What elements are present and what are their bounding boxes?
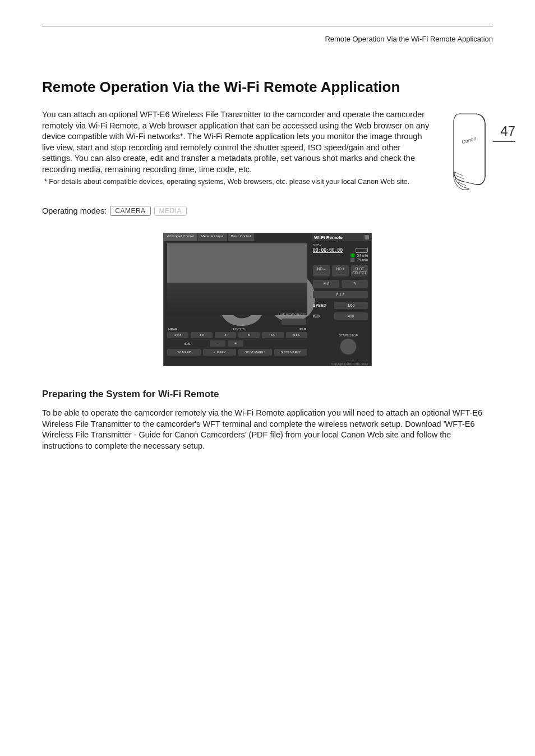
remote-controls: LIVE VIEW ON/OFF NEAR FOCUS FAR <<< << <… xyxy=(167,328,307,356)
svg-text:Canon: Canon xyxy=(461,136,477,145)
mode-camera-badge: CAMERA xyxy=(110,206,150,216)
iris-label: IRIS xyxy=(167,342,207,345)
check-mark-button[interactable]: ✓ MARK xyxy=(203,349,237,356)
slot-a-icon xyxy=(350,253,354,257)
focus-far-3-button[interactable]: >>> xyxy=(286,332,307,338)
section-body-preparing: To be able to operate the camcorder remo… xyxy=(42,408,493,451)
focus-near-2-button[interactable]: << xyxy=(191,332,212,338)
status-text: STBY xyxy=(313,243,368,247)
iris-plus-button[interactable]: + xyxy=(228,340,243,347)
nd-minus-button[interactable]: ND – xyxy=(313,265,330,276)
slot-a-remaining: 54 min xyxy=(357,253,368,257)
shot-mark2-button[interactable]: SHOT MARK2 xyxy=(274,349,308,356)
lock-icon[interactable] xyxy=(365,235,369,239)
remote-title-bar: Wi-Fi Remote xyxy=(312,233,371,241)
focus-center-label: FOCUS xyxy=(233,328,245,331)
focus-far-1-button[interactable]: > xyxy=(238,332,260,338)
page: Remote Operation Via the Wi-Fi Remote Ap… xyxy=(0,0,535,756)
top-rule xyxy=(42,26,493,26)
focus-near-label: NEAR xyxy=(168,328,178,331)
iris-row: IRIS – + xyxy=(167,340,307,347)
intro-row: You can attach an optional WFT-E6 Wirele… xyxy=(42,109,493,193)
mark-row: OK MARK ✓ MARK SHOT MARK1 SHOT MARK2 xyxy=(167,349,307,356)
live-view-toggle[interactable] xyxy=(282,319,306,325)
aperture-button[interactable]: F 1.8 xyxy=(313,291,368,298)
remote-main-panel: LIVE VIEW ON/OFF NEAR FOCUS FAR <<< << <… xyxy=(164,241,311,360)
slot-b-remaining: 75 min xyxy=(357,258,368,262)
speed-button[interactable]: 1/60 xyxy=(334,302,368,309)
operating-modes-label: Operating modes: xyxy=(42,206,107,215)
transmitter-illustration: Canon xyxy=(442,109,493,193)
battery-icon xyxy=(356,248,368,253)
wb-a-button[interactable]: ☀ A xyxy=(313,280,339,288)
focus-near-1-button[interactable]: < xyxy=(215,332,236,338)
mode-media-badge: MEDIA xyxy=(154,206,187,216)
focus-far-2-button[interactable]: >> xyxy=(262,332,283,338)
wb-set-button[interactable]: ✎ xyxy=(342,280,368,288)
iso-label: ISO xyxy=(313,312,332,320)
tab-basic-control[interactable]: Basic Control xyxy=(228,233,255,241)
focus-far-label: FAR xyxy=(299,328,306,331)
timecode-value: 00:00:00.00 xyxy=(313,248,343,253)
intro-paragraph: You can attach an optional WFT-E6 Wirele… xyxy=(42,109,432,175)
slot-select-button[interactable]: SLOT SELECT xyxy=(351,265,368,276)
focus-labels: NEAR FOCUS FAR xyxy=(167,328,307,332)
iso-button[interactable]: 400 xyxy=(334,312,368,320)
footnote: * For details about compatible devices, … xyxy=(42,177,432,186)
page-title: Remote Operation Via the Wi-Fi Remote Ap… xyxy=(42,79,493,96)
slot-b-icon xyxy=(350,258,354,262)
remote-title: Wi-Fi Remote xyxy=(314,235,343,240)
shot-mark1-button[interactable]: SHOT MARK1 xyxy=(238,349,272,356)
live-view-label: LIVE VIEW ON/OFF xyxy=(278,313,306,316)
focus-buttons: <<< << < > >> >>> xyxy=(167,332,307,338)
remote-side-panel: STBY 00:00:00.00 54 min 75 min ND – ND +… xyxy=(310,241,371,360)
tab-advanced-control[interactable]: Advanced Control xyxy=(164,233,198,241)
content: Remote Operation Via the Wi-Fi Remote Ap… xyxy=(42,79,493,451)
ok-mark-button[interactable]: OK MARK xyxy=(167,349,201,356)
speed-label: SPEED xyxy=(313,302,332,309)
operating-modes-row: Operating modes: CAMERA MEDIA xyxy=(42,206,493,216)
remote-copyright: Copyright CANON INC. 2012 xyxy=(331,362,368,366)
tab-metadata-input[interactable]: Metadata Input xyxy=(198,233,228,241)
live-view-area xyxy=(167,243,307,315)
running-header: Remote Operation Via the Wi-Fi Remote Ap… xyxy=(325,35,493,43)
iris-minus-button[interactable]: – xyxy=(210,340,225,347)
focus-near-3-button[interactable]: <<< xyxy=(167,332,188,338)
section-heading-preparing: Preparing the System for Wi-Fi Remote xyxy=(42,389,493,400)
wifi-remote-screenshot: CO Advanced Control Metadata Input Basic… xyxy=(163,233,372,366)
page-number-block: 47 xyxy=(493,123,515,142)
page-number: 47 xyxy=(493,123,515,139)
nd-plus-button[interactable]: ND + xyxy=(332,265,349,276)
